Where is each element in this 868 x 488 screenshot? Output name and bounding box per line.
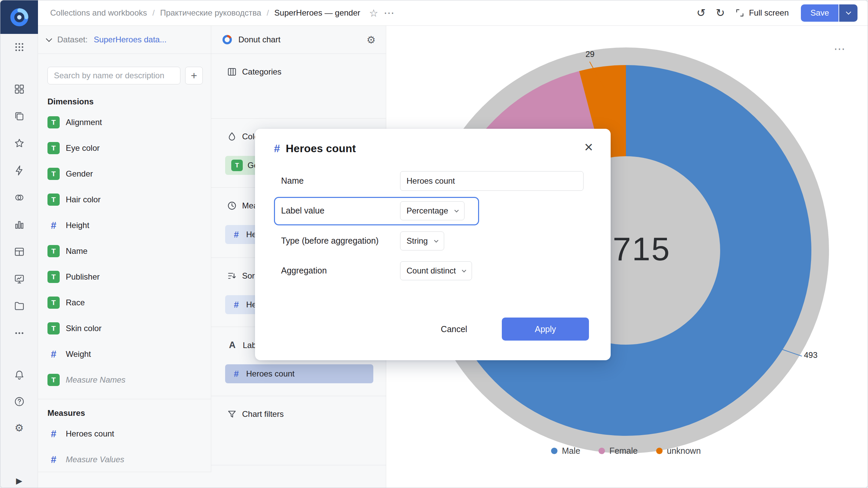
legend-item-male[interactable]: Male (551, 446, 580, 456)
point-label-male: 493 (804, 350, 834, 360)
dimension-row-name[interactable]: T Name (38, 238, 211, 264)
text-field-icon: T (47, 271, 60, 283)
donut-center-total: 715 (613, 230, 671, 268)
chart-type-label[interactable]: Donut chart (238, 35, 280, 44)
collections-icon[interactable] (0, 103, 38, 130)
chart-more-icon[interactable]: ⋯ (834, 42, 846, 56)
number-field-icon: # (47, 428, 60, 440)
name-label: Name (281, 176, 400, 186)
aggregation-label: Aggregation (281, 266, 400, 276)
chart-type-header: Donut chart ⚙ (211, 26, 386, 54)
field-label: Weight (66, 349, 91, 359)
breadcrumb-workbook[interactable]: Практические руководства (160, 8, 261, 18)
measures-title: Measures (47, 408, 211, 418)
rail-more-icon[interactable] (0, 320, 38, 347)
field-label: Height (66, 221, 89, 230)
colors-icon (227, 131, 237, 142)
save-dropdown-button[interactable] (839, 4, 857, 22)
search-input[interactable] (47, 67, 180, 84)
breadcrumb-separator: / (152, 8, 155, 18)
text-field-icon: T (47, 168, 60, 180)
number-field-icon: # (231, 229, 241, 240)
dashboards-monitor-icon[interactable] (0, 265, 38, 292)
save-button[interactable]: Save (801, 4, 839, 22)
name-field-row: Name (281, 171, 592, 191)
settings-gear-icon[interactable]: ⚙ (0, 415, 38, 441)
field-label: Measure Names (66, 375, 125, 385)
favorite-star-icon[interactable]: ☆ (369, 7, 378, 19)
undo-icon[interactable]: ↺ (696, 6, 706, 19)
cancel-button[interactable]: Cancel (429, 318, 479, 341)
text-field-icon: T (47, 245, 60, 257)
measure-row-heroes-count[interactable]: # Heroes count (38, 421, 211, 447)
dimension-row-race[interactable]: T Race (38, 290, 211, 316)
datasets-venn-icon[interactable] (0, 184, 38, 211)
section-label: Chart filters (242, 409, 284, 419)
dimension-row-measure-names[interactable]: T Measure Names (38, 367, 211, 393)
type-select[interactable]: String (400, 231, 444, 250)
field-chip-heroes-count-selected[interactable]: # Heroes count (225, 364, 373, 383)
legend-item-unknown[interactable]: unknown (656, 446, 701, 456)
number-field-icon: # (274, 142, 280, 155)
connections-bolt-icon[interactable] (0, 157, 38, 184)
widgets-icon[interactable] (0, 76, 38, 103)
section-categories[interactable]: Categories (211, 54, 386, 118)
filter-funnel-icon (227, 409, 237, 419)
divider (211, 465, 386, 465)
label-value-select[interactable]: Percentage (400, 201, 465, 220)
apply-button[interactable]: Apply (502, 318, 589, 341)
donut-chart-icon (221, 34, 233, 45)
redo-icon[interactable]: ↻ (716, 6, 725, 19)
header-actions: ↺ ↻ Full screen Save (696, 4, 857, 22)
dimension-row-alignment[interactable]: T Alignment (38, 109, 211, 135)
apps-grid-icon[interactable] (0, 34, 38, 60)
close-icon[interactable]: × (584, 140, 593, 155)
datalens-logo[interactable] (0, 0, 38, 34)
chart-settings-gear-icon[interactable]: ⚙ (367, 34, 376, 46)
legend-dot-male (551, 448, 557, 454)
field-label: Alignment (66, 118, 102, 127)
dimension-row-hair-color[interactable]: T Hair color (38, 187, 211, 212)
tables-icon[interactable] (0, 238, 38, 265)
measure-row-measure-values[interactable]: # Measure Values (38, 447, 211, 472)
bottom-status-strip (38, 472, 211, 488)
dimension-row-gender[interactable]: T Gender (38, 161, 211, 187)
help-icon[interactable] (0, 388, 38, 415)
divider (38, 399, 211, 399)
legend-dot-female (598, 448, 605, 454)
charts-icon[interactable] (0, 211, 38, 238)
dimension-row-publisher[interactable]: T Publisher (38, 264, 211, 290)
collapse-panel-icon[interactable]: ▶ (0, 476, 38, 486)
notifications-bell-icon[interactable] (0, 362, 38, 388)
chevron-down-icon (846, 9, 851, 15)
chip-label: Heroes count (246, 369, 295, 379)
number-field-icon: # (47, 454, 60, 465)
number-field-icon: # (231, 300, 241, 310)
text-field-icon: T (47, 116, 60, 128)
breadcrumb-more-icon[interactable]: ⋯ (383, 6, 395, 19)
legend-item-female[interactable]: Female (598, 446, 637, 456)
breadcrumb-current-chart: SuperHeroes — gender (274, 8, 360, 18)
left-navigation-rail: ⚙ ▶ (0, 0, 38, 488)
dialog-title-row: # Heroes count (274, 142, 356, 155)
label-value-row: Label value Percentage (281, 201, 592, 221)
name-input[interactable] (400, 171, 584, 191)
breadcrumb: Collections and workbooks / Практические… (50, 6, 395, 19)
field-label: Heroes count (66, 429, 114, 439)
favorites-star-icon[interactable] (0, 130, 38, 157)
files-folder-icon[interactable] (0, 292, 38, 320)
fullscreen-button[interactable]: Full screen (735, 8, 789, 18)
dimension-row-height[interactable]: # Height (38, 212, 211, 238)
dimension-row-weight[interactable]: # Weight (38, 341, 211, 367)
type-field-row: Type (before aggregation) String (281, 231, 592, 251)
dataset-name-link[interactable]: SuperHeroes data... (94, 35, 166, 44)
dimension-row-skin-color[interactable]: T Skin color (38, 316, 211, 341)
chevron-down-icon[interactable] (46, 36, 52, 42)
chevron-down-icon (434, 238, 438, 243)
aggregation-select[interactable]: Count distinct (400, 261, 472, 280)
breadcrumb-collections[interactable]: Collections and workbooks (50, 8, 147, 18)
add-field-button[interactable]: + (185, 67, 203, 84)
section-chart-filters[interactable]: Chart filters (211, 396, 386, 465)
categories-icon (227, 67, 237, 77)
dimension-row-eye-color[interactable]: T Eye color (38, 135, 211, 161)
